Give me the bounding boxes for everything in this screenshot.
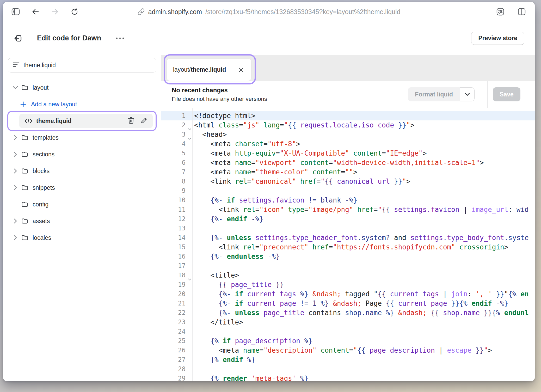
code-line-11[interactable]: 11 <link rel="icon" type="image/png" hre… <box>161 205 535 214</box>
chevron-right-icon[interactable] <box>11 135 19 140</box>
code-line-content[interactable] <box>192 364 535 374</box>
code-line-content[interactable]: <meta name="theme-color" content=""> <box>192 167 535 177</box>
code-line-9[interactable]: 9 <box>161 186 535 195</box>
line-number: 7 <box>161 167 192 177</box>
split-view-icon[interactable] <box>518 8 526 16</box>
address-bar[interactable]: admin.shopify.com/store/rzq1xu-f5/themes… <box>138 2 401 21</box>
sidebar-item-layout[interactable]: layout <box>3 79 161 96</box>
code-area[interactable]: 1<!doctype html>2<html class="js" lang="… <box>161 108 535 381</box>
sidebar-toggle-icon[interactable] <box>11 8 20 15</box>
back-icon[interactable] <box>32 8 39 15</box>
file-search[interactable] <box>8 58 156 72</box>
code-line-content[interactable]: <link rel="canonical" href="{{ canonical… <box>192 177 535 186</box>
close-tab-icon[interactable] <box>237 66 245 74</box>
code-line-content[interactable]: <link rel="preconnect" href="https://fon… <box>192 242 535 252</box>
code-line-content[interactable]: <!doctype html> <box>192 111 535 120</box>
code-line-content[interactable]: <title> <box>192 271 535 280</box>
code-line-content[interactable]: {%- if current_page != 1 %} &ndash; Page… <box>192 299 535 308</box>
sidebar-item-theme-liquid[interactable]: theme.liquid <box>3 113 161 129</box>
code-line-22[interactable]: 22 {%- unless page_title contains shop.n… <box>161 308 535 317</box>
tree-item-label: assets <box>33 218 50 225</box>
code-line-content[interactable]: <meta charset="utf-8"> <box>192 139 535 149</box>
preview-store-button[interactable]: Preview store <box>471 32 524 45</box>
code-line-14[interactable]: 14 {%- unless settings.type_header_font.… <box>161 233 535 242</box>
forward-icon[interactable] <box>51 8 59 15</box>
sidebar-item-config[interactable]: config <box>3 196 161 213</box>
chevron-right-icon[interactable] <box>11 168 19 174</box>
code-line-content[interactable]: {%- endunless -%} <box>192 252 535 261</box>
code-line-content[interactable] <box>192 327 535 336</box>
format-dropdown-button[interactable] <box>460 87 475 101</box>
chevron-right-icon[interactable] <box>11 185 19 191</box>
search-input[interactable] <box>23 62 151 69</box>
code-line-21[interactable]: 21 {%- if current_page != 1 %} &ndash; P… <box>161 299 535 308</box>
code-line-1[interactable]: 1<!doctype html> <box>161 111 535 120</box>
code-line-12[interactable]: 12 {%- endif -%} <box>161 214 535 224</box>
exit-icon[interactable] <box>14 34 23 43</box>
code-line-8[interactable]: 8 <link rel="canonical" href="{{ canonic… <box>161 177 535 186</box>
rename-file-icon[interactable] <box>141 117 147 125</box>
code-line-content[interactable]: <meta name="viewport" content="width=dev… <box>192 158 535 167</box>
code-line-content[interactable]: <meta http-equiv="X-UA-Compatible" conte… <box>192 149 535 158</box>
code-line-13[interactable]: 13 <box>161 224 535 233</box>
code-line-17[interactable]: 17 <box>161 261 535 271</box>
code-line-content[interactable]: {%- if settings.favicon != blank -%} <box>192 195 535 205</box>
file-pill[interactable]: theme.liquid <box>19 114 153 128</box>
code-line-16[interactable]: 16 {%- endunless -%} <box>161 252 535 261</box>
format-liquid-button[interactable]: Format liquid <box>408 87 460 101</box>
code-line-content[interactable]: {%- if current_tags %} &ndash; tagged "{… <box>192 289 535 299</box>
sidebar-item-assets[interactable]: assets <box>3 213 161 229</box>
more-actions-icon[interactable] <box>115 36 125 40</box>
code-line-content[interactable] <box>192 186 535 195</box>
code-line-content[interactable]: <meta name="description" content="{{ pag… <box>192 346 535 355</box>
code-line-4[interactable]: 4 <meta charset="utf-8"> <box>161 139 535 149</box>
code-line-content[interactable]: </title> <box>192 317 535 327</box>
code-line-5[interactable]: 5 <meta http-equiv="X-UA-Compatible" con… <box>161 149 535 158</box>
code-line-26[interactable]: 26 <meta name="description" content="{{ … <box>161 346 535 355</box>
code-line-content[interactable]: <link rel="icon" type="image/png" href="… <box>192 205 535 214</box>
code-line-content[interactable]: {% if page_description %} <box>192 336 535 346</box>
chevron-right-icon[interactable] <box>11 151 19 157</box>
code-line-content[interactable]: <head> <box>192 130 535 139</box>
code-line-content[interactable]: {%- unless page_title contains shop.name… <box>192 308 535 317</box>
tab-label: layout/theme.liquid <box>173 66 226 73</box>
chevron-right-icon[interactable] <box>11 235 19 241</box>
code-line-27[interactable]: 27 {% endif %} <box>161 355 535 364</box>
sidebar-item-locales[interactable]: locales <box>3 229 161 246</box>
page-settings-icon[interactable] <box>496 8 505 16</box>
code-line-19[interactable]: 19 {{ page_title }} <box>161 280 535 289</box>
code-line-23[interactable]: 23 </title> <box>161 317 535 327</box>
code-line-15[interactable]: 15 <link rel="preconnect" href="https://… <box>161 242 535 252</box>
code-line-content[interactable]: {% render 'meta-tags' %} <box>192 374 535 381</box>
code-line-7[interactable]: 7 <meta name="theme-color" content=""> <box>161 167 535 177</box>
code-line-2[interactable]: 2<html class="js" lang="{{ request.local… <box>161 120 535 130</box>
code-line-18[interactable]: 18 <title> <box>161 271 535 280</box>
code-line-content[interactable] <box>192 224 535 233</box>
save-button[interactable]: Save <box>493 87 520 101</box>
code-line-29[interactable]: 29 {% render 'meta-tags' %} <box>161 374 535 381</box>
tab-theme-liquid[interactable]: layout/theme.liquid <box>167 59 251 81</box>
sidebar-item-sections[interactable]: sections <box>3 146 161 163</box>
code-line-6[interactable]: 6 <meta name="viewport" content="width=d… <box>161 158 535 167</box>
chevron-down-icon[interactable] <box>11 86 19 89</box>
code-line-20[interactable]: 20 {%- if current_tags %} &ndash; tagged… <box>161 289 535 299</box>
sidebar-action-add-layout[interactable]: Add a new layout <box>3 96 161 113</box>
code-line-content[interactable]: {% endif %} <box>192 355 535 364</box>
code-file-icon <box>24 118 32 124</box>
code-line-content[interactable]: {%- unless settings.type_header_font.sys… <box>192 233 535 242</box>
chevron-right-icon[interactable] <box>11 218 19 224</box>
sidebar-item-snippets[interactable]: snippets <box>3 179 161 196</box>
code-line-24[interactable]: 24 <box>161 327 535 336</box>
sidebar-item-templates[interactable]: templates <box>3 129 161 146</box>
code-line-3[interactable]: 3 <head> <box>161 130 535 139</box>
sidebar-item-blocks[interactable]: blocks <box>3 163 161 179</box>
code-line-10[interactable]: 10 {%- if settings.favicon != blank -%} <box>161 195 535 205</box>
code-line-content[interactable]: {{ page_title }} <box>192 280 535 289</box>
code-line-content[interactable]: {%- endif -%} <box>192 214 535 224</box>
delete-file-icon[interactable] <box>128 117 134 125</box>
code-line-content[interactable]: <html class="js" lang="{{ request.locale… <box>192 120 535 130</box>
code-line-28[interactable]: 28 <box>161 364 535 374</box>
code-line-content[interactable] <box>192 261 535 271</box>
code-line-25[interactable]: 25 {% if page_description %} <box>161 336 535 346</box>
reload-icon[interactable] <box>71 8 78 16</box>
